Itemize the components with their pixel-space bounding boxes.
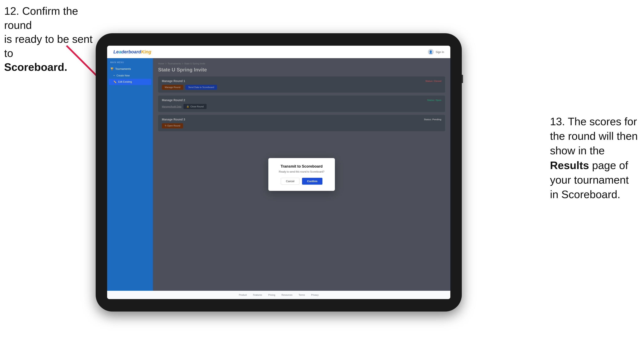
instr-bottom-line4: page of [589, 159, 628, 171]
main-content: MAIN MENU 🏆 Tournaments + Create New ✏️ … [107, 58, 450, 291]
instruction-line2: is ready to be sent to [4, 33, 92, 59]
logo-area: LeaderboardKing [113, 49, 151, 55]
avatar-icon: 👤 [428, 49, 434, 55]
sidebar-item-tournaments[interactable]: 🏆 Tournaments [107, 65, 153, 72]
edit-existing-label: Edit Existing [118, 80, 132, 83]
modal-buttons: Cancel Confirm [274, 178, 329, 185]
edit-icon: ✏️ [113, 80, 116, 83]
modal-subtitle: Ready to send this round to Scoreboard? [274, 170, 329, 173]
trophy-icon: 🏆 [110, 67, 114, 70]
footer-link-product[interactable]: Product [239, 294, 247, 296]
modal-title: Transmit to Scoreboard [274, 164, 329, 169]
footer-link-terms[interactable]: Terms [299, 294, 305, 296]
footer-link-pricing[interactable]: Pricing [268, 294, 276, 296]
sidebar: MAIN MENU 🏆 Tournaments + Create New ✏️ … [107, 58, 153, 291]
footer-link-resources[interactable]: Resources [282, 294, 292, 296]
footer-link-privacy[interactable]: Privacy [311, 294, 319, 296]
footer-link-features[interactable]: Features [253, 294, 262, 296]
instruction-line3: Scoreboard. [4, 61, 67, 73]
modal-confirm-button[interactable]: Confirm [302, 178, 322, 185]
top-nav: LeaderboardKing 👤 Sign In [107, 46, 450, 58]
instr-bottom-line5: your tournament [550, 174, 629, 186]
modal-box: Transmit to Scoreboard Ready to send thi… [268, 158, 335, 191]
nav-right: 👤 Sign In [428, 49, 444, 55]
modal-cancel-button[interactable]: Cancel [281, 178, 300, 185]
tablet-device: LeaderboardKing 👤 Sign In MAIN MENU 🏆 To… [96, 33, 462, 312]
instruction-bottom: 13. The scores for the round will then s… [550, 114, 638, 202]
tablet-power-button [462, 75, 463, 83]
tablet-screen: LeaderboardKing 👤 Sign In MAIN MENU 🏆 To… [107, 46, 450, 299]
plus-icon: + [113, 74, 115, 77]
sidebar-item-create-new[interactable]: + Create New [107, 72, 153, 79]
instruction-top: 12. Confirm the round is ready to be sen… [4, 4, 100, 74]
logo: LeaderboardKing [113, 49, 151, 55]
modal-overlay: Transmit to Scoreboard Ready to send thi… [153, 58, 450, 291]
main-menu-label: MAIN MENU [107, 61, 153, 65]
sign-in-label[interactable]: Sign In [436, 50, 444, 54]
instr-bottom-results: Results [550, 159, 589, 171]
footer: Product Features Pricing Resources Terms… [107, 291, 450, 299]
instruction-line1: 12. Confirm the round [4, 5, 78, 31]
instr-bottom-line2: the round will then [550, 130, 638, 142]
create-new-label: Create New [116, 74, 130, 77]
instr-bottom-line1: 13. The scores for [550, 116, 637, 128]
instr-bottom-line6: in Scoreboard. [550, 188, 620, 200]
instr-bottom-line3: show in the [550, 145, 605, 157]
content-pane: Home > Tournaments > State U Spring Invi… [153, 58, 450, 291]
sidebar-item-edit-existing[interactable]: ✏️ Edit Existing [109, 79, 151, 85]
tournaments-label: Tournaments [115, 67, 131, 70]
